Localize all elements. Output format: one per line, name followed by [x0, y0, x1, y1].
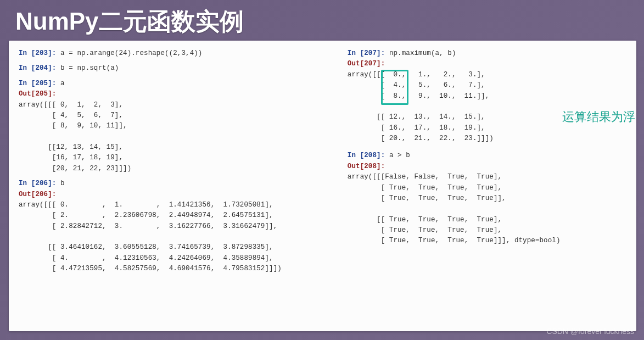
in-prompt: In [204]: — [19, 64, 56, 72]
cell-208: In [208]: a > b Out[208]: array([[[False… — [348, 151, 630, 246]
in-prompt: In [205]: — [19, 80, 56, 87]
cell-204: In [204]: b = np.sqrt(a) — [19, 63, 326, 74]
right-column: In [207]: np.maximum(a, b) Out[207]: arr… — [348, 48, 630, 326]
code-line: np.maximum(a, b) — [385, 49, 456, 57]
slide-stage: NumPy二元函数实例 In [203]: a = np.arange(24).… — [0, 0, 644, 340]
cell-203: In [203]: a = np.arange(24).reshape((2,3… — [19, 48, 326, 59]
out-prompt: Out[206]: — [19, 191, 56, 198]
left-column: In [203]: a = np.arange(24).reshape((2,3… — [19, 48, 326, 326]
cell-207: In [207]: np.maximum(a, b) Out[207]: arr… — [348, 48, 630, 144]
array-output: array([[[ 0, 1, 2, 3], [ 4, 5, 6, 7], [ … — [19, 101, 131, 172]
array-output: array([[[False, False, True, True], [ Tr… — [348, 173, 561, 244]
code-line: a = np.arange(24).reshape((2,3,4)) — [56, 49, 202, 57]
cell-205: In [205]: a Out[205]: array([[[ 0, 1, 2,… — [19, 79, 326, 174]
slide-title: NumPy二元函数实例 — [0, 0, 644, 42]
in-prompt: In [203]: — [19, 49, 56, 57]
out-prompt: Out[205]: — [19, 90, 56, 98]
array-output: array([[[ 0. , 1. , 1.41421356, 1.732050… — [19, 201, 282, 272]
code-line: b = np.sqrt(a) — [56, 64, 119, 72]
callout-text: 运算结果为浮 — [562, 108, 635, 126]
code-line: b — [56, 180, 64, 187]
code-line: a > b — [385, 152, 410, 159]
watermark: CSDN @forever luckness — [546, 327, 634, 336]
code-line: a — [56, 80, 64, 87]
out-prompt: Out[207]: — [348, 60, 385, 68]
cell-206: In [206]: b Out[206]: array([[[ 0. , 1. … — [19, 179, 326, 274]
in-prompt: In [208]: — [348, 152, 385, 159]
code-panel: In [203]: a = np.arange(24).reshape((2,3… — [9, 41, 636, 331]
array-output: array([[[ 0., 1., 2., 3.], [ 4., 5., 6.,… — [348, 71, 494, 142]
out-prompt: Out[208]: — [348, 163, 385, 170]
in-prompt: In [207]: — [348, 49, 385, 57]
in-prompt: In [206]: — [19, 180, 56, 187]
